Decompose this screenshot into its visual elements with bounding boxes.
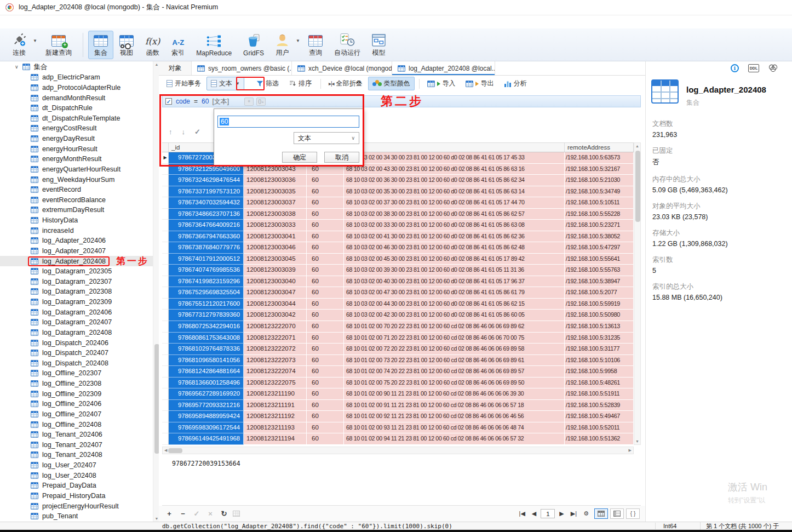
cell-remote[interactable]: /192.168.100.5:55641 <box>565 254 634 265</box>
sidebar-collection-item[interactable]: log_User_202408 <box>0 470 160 480</box>
sidebar-collection-item[interactable]: log_Offline_202407 <box>0 409 160 420</box>
cell-data[interactable]: 68 10 03 02 00 33 30 00 23 81 00 12 00 6… <box>344 220 565 231</box>
cell-remote[interactable]: /192.168.100.5:31177 <box>565 344 634 355</box>
ok-button[interactable]: 确定 <box>282 152 317 163</box>
cell-serial[interactable]: 12008123003045 <box>244 254 307 265</box>
table-row[interactable]: 978673246298476544 12008123003036 60 68 … <box>162 175 634 186</box>
cell-remote[interactable]: /192.168.100.5:52011 <box>565 422 634 434</box>
table-row[interactable]: 978673667947663360 12008123003041 60 68 … <box>162 231 634 243</box>
cell-serial[interactable]: 12008123222073 <box>244 355 307 367</box>
scroll-left-icon[interactable]: ◀ <box>164 448 167 453</box>
cell-remote[interactable]: /192.168.100.5:50980 <box>565 310 634 321</box>
sidebar-collection-item[interactable]: log_Adapter_202408 第一步 <box>0 256 160 266</box>
scroll-right-icon[interactable]: ▶ <box>629 448 632 453</box>
cell-id[interactable]: 978680861753643008 <box>169 333 244 344</box>
cell-id[interactable]: 978695627289169920 <box>169 388 244 400</box>
sidebar-collection-item[interactable]: eventRecordBalance <box>0 195 160 205</box>
cell-id[interactable]: 978674199823159296 <box>169 276 244 288</box>
cell-serial[interactable]: 12008123003037 <box>244 197 307 209</box>
info-icon[interactable]: i <box>731 64 739 72</box>
cell-code[interactable]: 60 <box>307 299 344 310</box>
sidebar-collection-item[interactable]: log_Tenant_202407 <box>0 440 160 450</box>
sidebar-collection-item[interactable]: log_Offline_202408 <box>0 419 160 430</box>
apply-filter-icon[interactable]: ✓ <box>194 128 200 136</box>
table-row[interactable]: 978680725342294016 12008123222070 60 68 … <box>162 321 634 333</box>
table-row[interactable]: 978675512120217600 12008123003044 60 68 … <box>162 299 634 310</box>
cell-remote[interactable]: /192.168.100.5:51911 <box>565 388 634 400</box>
model-button[interactable]: 模型 <box>366 31 391 59</box>
cell-data[interactable]: 68 10 03 02 00 37 30 00 23 81 00 12 00 6… <box>344 197 565 209</box>
sidebar-collection-item[interactable]: log_Tenant_202408 <box>0 450 160 460</box>
begin-transaction-button[interactable]: 开始事务 <box>162 77 205 90</box>
automation-button[interactable]: 自动运行 <box>329 31 366 59</box>
filter-value-input[interactable]: 60 <box>217 116 359 128</box>
cell-serial[interactable]: 12008123003038 <box>244 209 307 220</box>
menu-item[interactable] <box>32 20 42 24</box>
scrollbar-thumb[interactable] <box>168 448 182 453</box>
function-button[interactable]: f(x) 函数 <box>140 31 165 59</box>
cell-id[interactable]: 978673647664009216 <box>169 220 244 231</box>
cell-serial[interactable]: 12008123211190 <box>244 388 307 400</box>
sidebar-collection-item[interactable]: demandMonthResult <box>0 93 160 103</box>
cell-remote[interactable]: /192.168.100.5:38052 <box>565 231 634 243</box>
sidebar-collection-item[interactable]: HistoryData <box>0 215 160 226</box>
cell-data[interactable]: 68 10 03 02 00 40 30 00 23 81 00 12 00 6… <box>344 276 565 288</box>
cell-data[interactable]: 68 10 01 02 00 70 20 22 23 81 00 12 00 6… <box>344 321 565 333</box>
last-page-icon[interactable]: ▶| <box>571 510 577 517</box>
index-button[interactable]: A-Z 索引 <box>166 31 190 59</box>
gridfs-button[interactable]: GridFS <box>238 31 269 59</box>
sidebar-collection-item[interactable]: log_User_202407 <box>0 460 160 471</box>
first-page-icon[interactable]: |◀ <box>519 510 525 517</box>
cell-remote[interactable]: /192.168.100.5:52839 <box>565 400 634 411</box>
cell-id[interactable]: 978695772093321216 <box>169 400 244 411</box>
cell-remote[interactable]: /192.168.100.5:55228 <box>565 209 634 220</box>
cell-data[interactable]: 68 10 03 02 00 35 30 00 23 81 00 12 00 6… <box>344 186 565 198</box>
export-button[interactable]: 导出 <box>461 77 498 90</box>
cell-id[interactable]: 978673876840779776 <box>169 242 244 254</box>
sidebar-collection-item[interactable]: log_Dispatch_202406 <box>0 337 160 348</box>
menu-item[interactable] <box>12 20 22 24</box>
tab-objects[interactable]: 对象 <box>159 61 192 75</box>
cell-data[interactable]: 68 10 01 02 00 75 20 22 23 81 00 12 00 6… <box>344 377 565 389</box>
cell-code[interactable]: 60 <box>307 377 344 389</box>
sidebar-collection-item[interactable]: log_Tenant_202406 <box>0 430 160 440</box>
cell-data[interactable]: 68 10 03 02 00 36 30 00 23 81 00 12 00 6… <box>344 175 565 186</box>
cell-data[interactable]: 68 10 03 02 00 43 30 00 23 81 00 12 00 6… <box>344 164 565 175</box>
menu-item[interactable] <box>51 20 61 24</box>
cell-serial[interactable]: 12008123222074 <box>244 366 307 377</box>
cell-data[interactable]: 68 10 01 02 00 73 20 22 23 81 00 12 00 6… <box>344 355 565 367</box>
cell-data[interactable]: 68 10 01 02 00 74 20 22 23 81 00 12 00 6… <box>344 366 565 377</box>
chevron-down-icon[interactable]: ▼ <box>296 38 300 43</box>
cell-id[interactable]: 978673371997573120 <box>169 186 244 198</box>
cell-serial[interactable]: 12008123003042 <box>244 310 307 321</box>
grid-view-toggle[interactable] <box>594 508 608 519</box>
sidebar-collection-item[interactable]: eng_WeekdayHourSum <box>0 174 160 185</box>
table-row[interactable]: 978681029764878336 12008123222072 60 68 … <box>162 344 634 355</box>
header-data[interactable]: data <box>344 143 565 152</box>
cell-code[interactable]: 60 <box>307 242 344 254</box>
cell-data[interactable]: 68 10 03 02 00 45 30 00 23 81 00 12 00 6… <box>344 254 565 265</box>
cell-data[interactable]: 68 10 03 02 00 41 30 00 23 81 00 12 00 6… <box>344 231 565 243</box>
type-color-button[interactable]: 类型颜色 <box>368 77 415 90</box>
tab-log-adapter-202408[interactable]: log_Adapter_202408 @local... <box>392 61 495 75</box>
add-record-icon[interactable]: + <box>164 510 174 518</box>
menu-item[interactable] <box>71 20 81 24</box>
cell-code[interactable]: 60 <box>307 366 344 377</box>
menu-item[interactable] <box>22 20 32 24</box>
cell-remote[interactable]: /192.168.100.5:9958 <box>565 366 634 377</box>
move-up-icon[interactable]: ↑ <box>169 128 173 136</box>
scroll-down-icon[interactable]: ▼ <box>634 439 640 443</box>
header-remote[interactable]: remoteAddress <box>565 143 634 152</box>
cell-remote[interactable]: /192.168.100.5:51362 <box>565 433 634 445</box>
sidebar-collection-item[interactable]: energyCostResult <box>0 123 160 134</box>
table-row[interactable]: 978681096580141056 12008123222073 60 68 … <box>162 355 634 367</box>
cell-remote[interactable]: /192.168.100.5:49467 <box>565 411 634 422</box>
query-button[interactable]: 查询 <box>303 31 328 59</box>
table-row[interactable]: 978674074769985536 12008123003039 60 68 … <box>162 265 634 276</box>
cell-code[interactable]: 60 <box>307 333 344 344</box>
view-button[interactable]: 视图 <box>114 31 139 59</box>
table-row[interactable]: 978681242864881664 12008123222074 60 68 … <box>162 366 634 377</box>
cell-serial[interactable]: 12008123003039 <box>244 265 307 276</box>
chevron-down-icon[interactable]: ▼ <box>33 38 37 43</box>
user-button[interactable]: 用户 <box>270 31 295 59</box>
